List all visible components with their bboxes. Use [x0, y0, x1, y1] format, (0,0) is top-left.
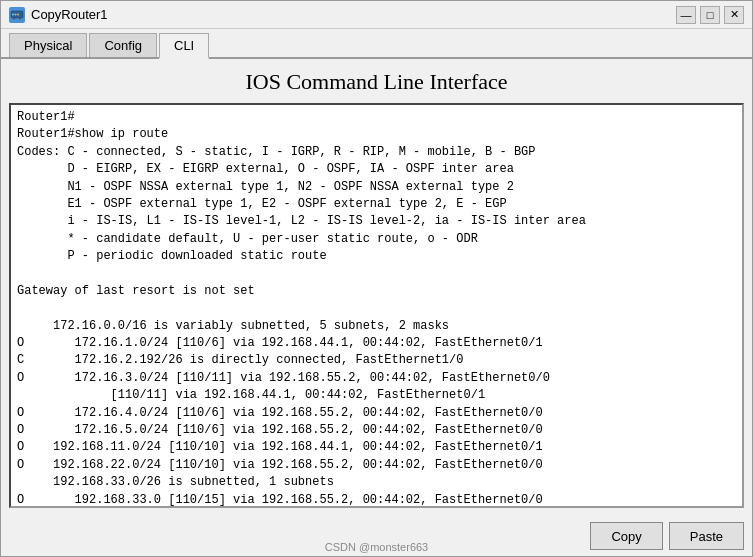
close-button[interactable]: ✕	[724, 6, 744, 24]
copy-button[interactable]: Copy	[590, 522, 662, 550]
watermark: CSDN @monster663	[325, 541, 428, 553]
tab-config[interactable]: Config	[89, 33, 157, 57]
terminal-output[interactable]: Router1# Router1#show ip route Codes: C …	[11, 105, 742, 506]
svg-point-3	[17, 13, 19, 15]
maximize-button[interactable]: □	[700, 6, 720, 24]
main-window: CopyRouter1 — □ ✕ Physical Config CLI IO…	[0, 0, 753, 557]
tab-bar: Physical Config CLI	[1, 29, 752, 59]
svg-rect-5	[19, 18, 21, 20]
router-icon	[9, 7, 25, 23]
svg-point-1	[12, 13, 14, 15]
svg-point-2	[15, 13, 17, 15]
paste-button[interactable]: Paste	[669, 522, 744, 550]
terminal-container: Router1# Router1#show ip route Codes: C …	[9, 103, 744, 508]
window-title: CopyRouter1	[31, 7, 108, 22]
title-bar-controls: — □ ✕	[676, 6, 744, 24]
tab-physical[interactable]: Physical	[9, 33, 87, 57]
minimize-button[interactable]: —	[676, 6, 696, 24]
svg-rect-4	[13, 18, 15, 20]
title-bar-left: CopyRouter1	[9, 7, 108, 23]
title-bar: CopyRouter1 — □ ✕	[1, 1, 752, 29]
tab-cli[interactable]: CLI	[159, 33, 209, 59]
page-title: IOS Command Line Interface	[1, 59, 752, 103]
